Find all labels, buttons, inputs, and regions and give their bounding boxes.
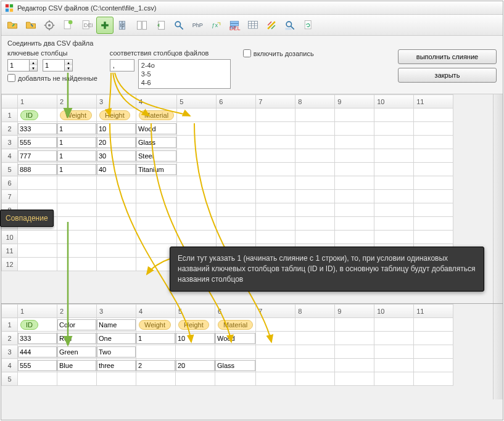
row-header[interactable]: 1: [2, 318, 18, 332]
grid-cell[interactable]: [136, 190, 177, 203]
function-icon[interactable]: ƒx: [207, 17, 225, 34]
column-header[interactable]: 4: [136, 305, 176, 318]
grid-cell[interactable]: [136, 176, 177, 190]
grid-cell[interactable]: [256, 136, 295, 149]
grid-cell[interactable]: [217, 217, 256, 231]
grid-cell[interactable]: [335, 372, 374, 386]
column-header[interactable]: 5: [177, 95, 217, 108]
merge-button[interactable]: выполнить слияние: [398, 49, 497, 64]
cell-input[interactable]: [18, 164, 57, 175]
grid-cell[interactable]: [295, 190, 335, 203]
column-header[interactable]: 9: [335, 95, 374, 108]
cell-input[interactable]: [97, 123, 136, 134]
grid-cell[interactable]: [295, 345, 335, 359]
grid-cell[interactable]: [136, 359, 176, 372]
column-header[interactable]: 11: [414, 305, 453, 318]
grid-cell[interactable]: [295, 176, 335, 190]
row-header[interactable]: 5: [2, 372, 18, 386]
grid-cell[interactable]: [295, 136, 335, 149]
columns-icon[interactable]: Id: [115, 17, 132, 34]
column-header[interactable]: 9: [335, 305, 374, 318]
spin-up-icon[interactable]: ▲: [30, 60, 37, 65]
cell-input[interactable]: [97, 360, 136, 371]
grid-cell[interactable]: [57, 258, 97, 271]
new-doc-icon[interactable]: [59, 17, 76, 34]
php-icon[interactable]: PhP: [189, 17, 206, 34]
grid-cell[interactable]: [335, 359, 374, 372]
grid-cell[interactable]: [295, 163, 335, 176]
grid-cell[interactable]: [335, 231, 374, 244]
grid-cell[interactable]: [256, 217, 295, 231]
cell-input[interactable]: [136, 150, 176, 161]
column-header[interactable]: 10: [374, 305, 414, 318]
grid-cell[interactable]: [374, 122, 414, 136]
cell-input[interactable]: [18, 346, 57, 358]
add-missing-checkbox[interactable]: добавлять не найденные: [7, 74, 97, 82]
grid-cell[interactable]: [295, 332, 335, 345]
grid-cell[interactable]: [374, 359, 414, 372]
cell-input[interactable]: [57, 137, 96, 148]
grid-cell[interactable]: [57, 318, 97, 332]
grid-cell[interactable]: [256, 345, 295, 359]
grid-cell[interactable]: [177, 190, 217, 203]
row-header[interactable]: 2: [2, 332, 18, 345]
grid-cell[interactable]: [256, 190, 295, 203]
grid-cell[interactable]: [217, 163, 256, 176]
grid-cell[interactable]: [374, 149, 414, 163]
column-header[interactable]: 11: [414, 95, 453, 108]
grid-cell[interactable]: Weight: [136, 318, 176, 332]
grid-cell[interactable]: ID: [18, 318, 57, 332]
grid-cell[interactable]: [256, 176, 295, 190]
grid-cell[interactable]: [177, 108, 217, 122]
row-header[interactable]: 10: [2, 231, 18, 244]
grid-cell[interactable]: [57, 176, 97, 190]
table-icon[interactable]: [244, 17, 262, 34]
column-header[interactable]: 2: [57, 305, 97, 318]
grid-cell[interactable]: [18, 190, 57, 203]
grid-cell[interactable]: [217, 136, 256, 149]
grid-cell[interactable]: [256, 231, 295, 244]
row-header[interactable]: 4: [2, 149, 18, 163]
grid-cell[interactable]: [18, 359, 57, 372]
filter-icon[interactable]: DEL: [226, 17, 243, 34]
grid-cell[interactable]: [97, 345, 136, 359]
grid-cell[interactable]: [97, 190, 136, 203]
grid-cell[interactable]: [97, 122, 136, 136]
grid-cell[interactable]: [97, 231, 136, 244]
cell-input[interactable]: [97, 164, 136, 175]
column-header[interactable]: 3: [97, 95, 136, 108]
grid-cell[interactable]: [335, 136, 374, 149]
grid-cell[interactable]: [177, 163, 217, 176]
column-header[interactable]: 7: [256, 305, 295, 318]
grid-cell[interactable]: [215, 345, 256, 359]
row-header[interactable]: 3: [2, 136, 18, 149]
cell-input[interactable]: [18, 150, 57, 161]
grid-cell[interactable]: [97, 332, 136, 345]
cell-input[interactable]: [18, 123, 57, 134]
grid-cell[interactable]: [136, 163, 177, 176]
cell-input[interactable]: [136, 333, 175, 344]
grid-cell[interactable]: [217, 122, 256, 136]
grid-cell[interactable]: [18, 231, 57, 244]
open-icon[interactable]: [4, 17, 21, 34]
grid-cell[interactable]: [295, 372, 335, 386]
key-col-1-spinner[interactable]: ▲▼: [7, 59, 38, 72]
grid-cell[interactable]: [414, 345, 453, 359]
spin-down-icon[interactable]: ▼: [65, 65, 72, 71]
grid-cell[interactable]: Height: [176, 318, 215, 332]
grid-cell[interactable]: [177, 176, 217, 190]
grid-cell[interactable]: [18, 244, 57, 258]
grid-cell[interactable]: [177, 122, 217, 136]
grid-cell[interactable]: [256, 108, 295, 122]
grid-cell[interactable]: [295, 318, 335, 332]
key-col-2-spinner[interactable]: ▲▼: [43, 59, 73, 72]
grid-cell[interactable]: [57, 190, 97, 203]
settings-icon[interactable]: [41, 17, 58, 34]
grid-cell[interactable]: [414, 136, 453, 149]
scrollbar-vertical[interactable]: [493, 94, 503, 303]
grid-cell[interactable]: [176, 359, 215, 372]
cell-input[interactable]: [97, 319, 136, 330]
grid-cell[interactable]: [97, 203, 136, 217]
grid-cell[interactable]: [414, 372, 453, 386]
grid-cell[interactable]: [295, 203, 335, 217]
